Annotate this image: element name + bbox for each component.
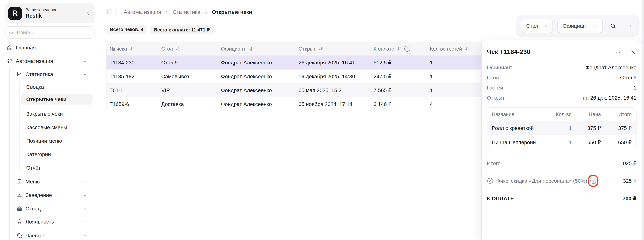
chevron-down-icon (543, 23, 548, 28)
filter-toolbar: Стол Официант (516, 15, 640, 37)
sidebar-item-summary[interactable]: Сводка (26, 81, 94, 93)
check-totals: Итого 1 025 ₽ Фикс. скидка «Для персонал… (487, 159, 636, 202)
sidebar: R Ваше заведение Restik Главная (0, 0, 99, 240)
org-switcher[interactable]: R Ваше заведение Restik (4, 3, 94, 23)
summary-badges: Всего чеков: 4 Всего к оплате: 11 471 ₽ (106, 25, 214, 34)
subtotal-row: Итого 1 025 ₽ (487, 159, 636, 167)
column-header-opened[interactable]: Открыт (296, 46, 370, 51)
detail-row-waiter: Официант Фондрат Алексеенко (487, 62, 636, 72)
indent-guide (10, 67, 10, 240)
item-row[interactable]: Ролл с креветкой 1 375 ₽ 375 ₽ (487, 120, 636, 135)
help-icon[interactable]: ? (404, 46, 410, 52)
app-window: R Ваше заведение Restik Главная (0, 0, 644, 240)
restik-logo: R (8, 6, 22, 20)
sidebar-item-open-checks[interactable]: Открытые чеки (21, 94, 93, 105)
chevron-down-icon (82, 206, 88, 211)
check-title: Чек T1184-230 (487, 48, 530, 56)
sort-desc-active-icon[interactable] (318, 46, 324, 51)
waiter-filter-dropdown[interactable]: Официант (557, 19, 603, 33)
coins-icon (16, 233, 22, 239)
sidebar-item-statistics[interactable]: Статистика (16, 69, 94, 80)
search-button[interactable] (607, 20, 618, 31)
detail-row-table: Стол Стол 9 (487, 72, 636, 82)
sidebar-search[interactable] (4, 26, 94, 39)
indent-guide (19, 81, 20, 172)
items-header-row: Название Кол-во Цена Итого (487, 108, 636, 120)
sidebar-item-warehouse[interactable]: Склад (16, 203, 94, 214)
clipboard-list-icon (16, 179, 22, 185)
org-name: Restik (26, 12, 82, 19)
home-icon (7, 45, 13, 51)
star-icon (16, 219, 22, 225)
column-header-table[interactable]: Стол (158, 46, 218, 51)
search-icon (9, 30, 14, 35)
column-header-waiter[interactable]: Официант (218, 46, 296, 51)
sidebar-item-cash-shifts[interactable]: Кассовые смены (26, 122, 94, 133)
total-checks-badge: Всего чеков: 4 (106, 25, 147, 34)
sidebar-search-input[interactable] (17, 30, 81, 35)
sort-icon[interactable] (175, 46, 181, 51)
sidebar-item-closed-checks[interactable]: Закрытые чеки (26, 108, 94, 120)
header-divider (116, 8, 116, 16)
detail-row-opened: Открыт пт, 26 дек. 2025, 16:41 (487, 93, 636, 103)
total-due-badge: Всего к оплате: 11 471 ₽ (150, 25, 214, 34)
column-header-check-number[interactable]: № чека (106, 46, 158, 51)
ellipsis-icon (626, 23, 632, 29)
sort-icon[interactable] (129, 46, 135, 51)
discount-label: Фикс. скидка «Для персонала» (50%) (496, 178, 587, 184)
panel-left-icon (106, 9, 113, 15)
close-icon[interactable] (630, 49, 636, 55)
chevron-right-icon (204, 9, 208, 14)
sidebar-item-automation[interactable]: Автоматизация (7, 55, 94, 67)
check-items-table: Название Кол-во Цена Итого Ролл с кревет… (487, 108, 636, 149)
breadcrumb-open-checks: Открытые чеки (212, 9, 252, 15)
breadcrumb-automation[interactable]: Автоматизация (124, 9, 161, 15)
sidebar-item-menu[interactable]: Меню (16, 176, 94, 187)
chevron-down-icon (82, 72, 88, 77)
check-details: Официант Фондрат Алексеенко Стол Стол 9 … (487, 62, 636, 103)
sort-icon[interactable] (396, 46, 402, 51)
sidebar-item-home[interactable]: Главная (7, 42, 94, 53)
check-detail-panel: Чек T1184-230 Официант Фондрат Алексеенк… (481, 40, 642, 240)
badge-percent-icon (487, 177, 494, 184)
chevron-down-icon (82, 179, 88, 184)
breadcrumb: Автоматизация Статистика Открытые чеки (124, 8, 252, 16)
more-options-button[interactable] (623, 20, 634, 31)
sidebar-item-report[interactable]: Отчёт (26, 162, 94, 173)
sort-icon[interactable] (464, 46, 470, 51)
breadcrumb-statistics[interactable]: Статистика (173, 9, 200, 15)
chevrons-up-down-icon (86, 11, 91, 16)
chart-line-icon (16, 71, 22, 77)
item-row[interactable]: Пицца Пепперони 1 650 ₽ 650 ₽ (487, 135, 636, 149)
sidebar-toggle-button[interactable] (106, 9, 113, 15)
warehouse-icon (16, 206, 22, 212)
chevron-down-icon (82, 219, 88, 224)
chevron-down-icon (82, 233, 88, 238)
detail-row-guests: Гостей 1 (487, 82, 636, 93)
chevron-down-icon (82, 193, 88, 198)
chevron-down-icon (82, 59, 88, 63)
column-header-amount-due[interactable]: К оплате ? (370, 46, 427, 52)
table-filter-dropdown[interactable]: Стол (521, 19, 553, 33)
sidebar-item-tips[interactable]: Чаевые (16, 230, 94, 240)
discount-row: Фикс. скидка «Для персонала» (50%) ? 325… (487, 177, 636, 185)
search-icon (610, 23, 616, 29)
cloche-icon (16, 192, 22, 198)
chevron-right-icon (164, 9, 169, 14)
org-label: Ваше заведение (26, 7, 82, 12)
sidebar-item-categories[interactable]: Категории (26, 149, 94, 160)
chevron-down-icon (592, 23, 598, 28)
amount-due-row: К ОПЛАТЕ 700 ₽ (487, 195, 636, 202)
scrollbar[interactable] (642, 0, 644, 240)
sidebar-menu: Главная Автоматизация Статистика Сводка … (0, 40, 99, 240)
panel-more-button[interactable] (615, 49, 621, 55)
sort-icon[interactable] (248, 46, 253, 51)
red-annotation-ring (588, 175, 598, 187)
sidebar-item-loyalty[interactable]: Лояльность (16, 216, 94, 227)
sidebar-item-menu-positions[interactable]: Позиции меню (26, 135, 94, 146)
chef-hat-icon (7, 58, 13, 64)
sidebar-item-venue[interactable]: Заведение (16, 189, 94, 201)
